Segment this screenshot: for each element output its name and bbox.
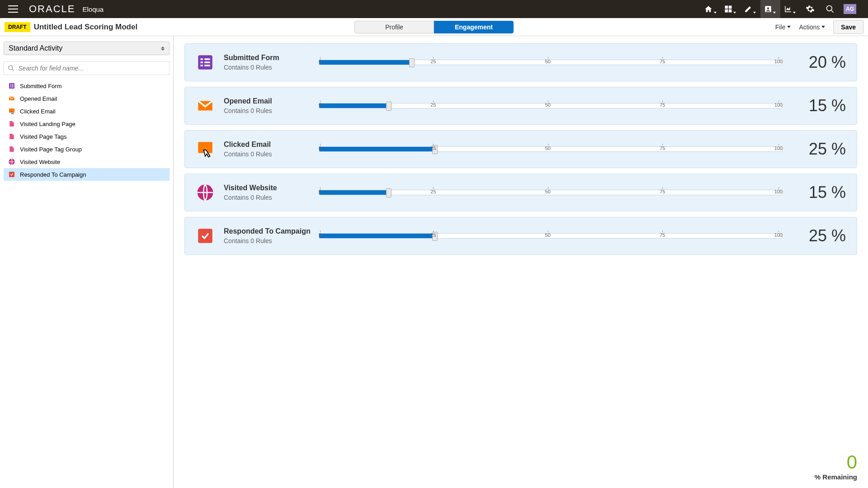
draft-badge: DRAFT [5,22,30,32]
reports-icon[interactable] [780,0,800,18]
weight-percent: 15 % [783,96,846,115]
sidebar-item-label: Visited Landing Page [20,121,75,127]
card-subtitle: Contains 0 Rules [224,194,319,201]
slider-ticks: 0255075100 [319,59,783,64]
search-input[interactable] [14,65,165,72]
page-icon [8,133,15,140]
weight-percent: 25 % [783,140,846,159]
globe-icon [196,183,215,202]
page-icon [8,145,15,153]
click-icon [8,108,15,115]
activity-type-label: Standard Activity [9,44,62,52]
weight-card: Responded To CampaignContains 0 Rules025… [184,217,857,255]
activity-list: Submitted FormOpened EmailClicked EmailV… [4,80,170,181]
envelope-icon [8,95,15,102]
tab-profile[interactable]: Profile [354,21,434,33]
svg-point-8 [9,66,13,70]
sidebar-item-label: Visited Website [20,159,60,165]
weight-slider[interactable]: 0255075100 [319,52,783,72]
weight-slider[interactable]: 0255075100 [319,183,783,202]
sidebar: Standard Activity Submitted FormOpened E… [0,36,174,488]
sidebar-item[interactable]: Submitted Form [4,80,170,92]
sidebar-item[interactable]: Visited Page Tag Group [4,143,170,155]
save-button[interactable]: Save [833,20,863,34]
weight-card: Opened EmailContains 0 Rules025507510015… [184,87,857,125]
sidebar-item-label: Visited Page Tags [20,133,67,140]
top-icon-row: AG [701,0,860,18]
sidebar-item[interactable]: Visited Landing Page [4,117,170,130]
card-title: Submitted Form [224,54,319,62]
svg-rect-2 [725,9,728,13]
user-badge[interactable]: AG [840,0,860,18]
envelope-icon [196,96,215,115]
weight-percent: 25 % [783,226,846,245]
card-subtitle: Contains 0 Rules [224,237,319,244]
sidebar-item[interactable]: Visited Page Tags [4,130,170,143]
card-title: Opened Email [224,97,319,105]
sidebar-item[interactable]: Clicked Email [4,105,170,117]
remaining-label: % Remaining [815,473,857,481]
campaign-icon [8,171,15,178]
weight-slider[interactable]: 0255075100 [319,226,783,246]
svg-rect-3 [729,9,732,13]
home-icon[interactable] [701,0,721,18]
form-icon [8,82,15,89]
file-menu[interactable]: File [775,23,791,31]
card-subtitle: Contains 0 Rules [224,107,319,114]
page-title: Untitled Lead Scoring Model [34,23,138,32]
sidebar-search[interactable] [4,61,170,75]
search-icon [8,65,14,72]
global-header: ORACLE Eloqua AG [0,0,868,18]
slider-ticks: 0255075100 [319,232,783,238]
click-icon [196,140,215,159]
svg-line-9 [12,69,14,71]
slider-ticks: 0255075100 [319,145,783,151]
contacts-icon[interactable] [760,0,780,18]
svg-point-5 [767,7,769,9]
slider-ticks: 0255075100 [319,102,783,108]
sidebar-item-label: Submitted Form [20,83,61,89]
sidebar-item-label: Opened Email [20,95,57,102]
weight-card: Clicked EmailContains 0 Rules02550751002… [184,130,857,168]
sidebar-item[interactable]: Responded To Campaign [4,168,170,181]
settings-icon[interactable] [800,0,820,18]
form-icon [196,53,215,72]
tab-engagement[interactable]: Engagement [434,21,514,33]
sidebar-item-label: Clicked Email [20,108,56,115]
activity-type-select[interactable]: Standard Activity [4,42,170,55]
page-title-bar: DRAFT Untitled Lead Scoring Model Profil… [0,18,868,36]
weight-slider[interactable]: 0255075100 [319,96,783,116]
main-panel: Submitted FormContains 0 Rules0255075100… [174,36,868,488]
dashboard-icon[interactable] [721,0,741,18]
sidebar-item-label: Visited Page Tag Group [20,146,82,153]
actions-menu[interactable]: Actions [799,23,825,31]
card-title: Responded To Campaign [224,227,319,235]
weight-card: Submitted FormContains 0 Rules0255075100… [184,43,857,81]
sidebar-item[interactable]: Visited Website [4,155,170,168]
svg-rect-1 [729,6,732,9]
menu-icon[interactable] [8,5,18,13]
page-icon [8,120,15,127]
tab-switcher: Profile Engagement [354,21,514,33]
svg-line-7 [831,10,834,13]
weight-percent: 20 % [783,53,846,72]
weight-percent: 15 % [783,183,846,202]
edit-icon[interactable] [741,0,760,18]
sidebar-item-label: Responded To Campaign [20,171,86,178]
card-subtitle: Contains 0 Rules [224,150,319,158]
percent-remaining: 0 % Remaining [815,451,857,481]
brand-logo: ORACLE [29,3,75,15]
remaining-value: 0 [815,451,857,473]
card-title: Clicked Email [224,141,319,149]
sidebar-item[interactable]: Opened Email [4,92,170,105]
globe-icon [8,158,15,165]
weight-slider[interactable]: 0255075100 [319,139,783,159]
svg-point-6 [827,6,832,11]
campaign-icon [196,226,215,245]
svg-rect-0 [725,6,728,9]
card-title: Visited Website [224,184,319,192]
card-subtitle: Contains 0 Rules [224,64,319,71]
weight-card: Visited WebsiteContains 0 Rules025507510… [184,174,857,211]
product-name: Eloqua [82,5,104,13]
search-icon[interactable] [820,0,840,18]
